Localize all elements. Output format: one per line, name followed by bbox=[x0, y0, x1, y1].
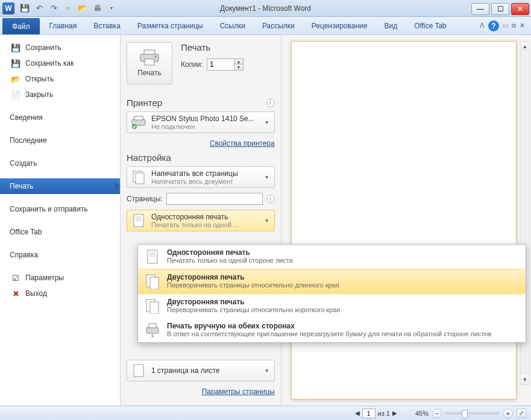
printer-info-icon[interactable]: i bbox=[266, 99, 275, 107]
sidebar-item-close[interactable]: 📄 Закрыть bbox=[0, 87, 120, 102]
pages-row: Страницы: i bbox=[127, 193, 275, 205]
window-buttons: — ☐ ✕ bbox=[471, 1, 531, 15]
duplex-option-manual[interactable]: Печать вручную на обеих сторонах В ответ… bbox=[138, 318, 526, 342]
duplex-sub: Печатать только на одной ... bbox=[151, 221, 259, 228]
zoom-slider[interactable] bbox=[445, 412, 500, 415]
sidebar-item-save[interactable]: 💾 Сохранить bbox=[0, 40, 120, 55]
page-setup-link[interactable]: Параметры страницы bbox=[127, 387, 275, 396]
print-heading: Печать bbox=[181, 42, 210, 52]
scope-title: Напечатать все страницы bbox=[151, 169, 259, 178]
scroll-up-icon[interactable]: ▲ bbox=[521, 42, 529, 51]
sidebar-item-officetab[interactable]: Office Tab bbox=[0, 224, 120, 240]
option-title: Печать вручную на обеих сторонах bbox=[167, 322, 491, 330]
print-preview-panel: ▲ ▼ bbox=[281, 35, 531, 406]
next-page-icon[interactable]: ▶ bbox=[392, 410, 397, 416]
svg-rect-14 bbox=[148, 250, 157, 263]
copies-input[interactable] bbox=[207, 59, 234, 70]
sidebar-label: Справка bbox=[10, 251, 38, 259]
per-sheet-label: 1 страница на листе bbox=[151, 366, 259, 375]
sidebar-label: Office Tab bbox=[10, 228, 42, 236]
open-icon: 📂 bbox=[11, 74, 20, 84]
print-scope-combo[interactable]: Напечатать все страницы Напечатать весь … bbox=[127, 166, 275, 188]
ribbon-window-restore-icon[interactable]: ⧉ bbox=[512, 22, 516, 30]
duplex-short-icon bbox=[144, 298, 161, 315]
sidebar-item-options[interactable]: ☑ Параметры bbox=[0, 270, 120, 286]
qat-new-icon[interactable]: ▫ bbox=[61, 2, 75, 15]
duplex-option-long-edge[interactable]: Двусторонняя печать Переворачивать стран… bbox=[138, 269, 526, 294]
printer-heading: Принтер bbox=[127, 98, 162, 108]
pages-per-sheet-combo[interactable]: 1 страница на листе ▼ bbox=[127, 360, 275, 381]
save-icon: 💾 bbox=[11, 43, 20, 52]
tab-officetab[interactable]: Office Tab bbox=[406, 17, 455, 34]
printer-properties-link[interactable]: Свойства принтера bbox=[127, 139, 275, 148]
print-settings-panel: Печать Печать Копии: ▲ ▼ Принтер bbox=[121, 35, 281, 406]
fit-page-icon[interactable]: ⤢ bbox=[517, 409, 526, 418]
current-page-input[interactable] bbox=[362, 409, 375, 418]
tab-insert[interactable]: Вставка bbox=[85, 17, 129, 34]
zoom-in-button[interactable]: + bbox=[503, 409, 513, 418]
sidebar-item-recent[interactable]: Последние bbox=[0, 133, 120, 148]
prev-page-icon[interactable]: ◀ bbox=[355, 410, 360, 416]
sidebar-item-new[interactable]: Создать bbox=[0, 155, 120, 171]
pages-info-icon[interactable]: i bbox=[266, 195, 275, 203]
pages-input[interactable] bbox=[166, 193, 263, 205]
qat-open-icon[interactable]: 📂 bbox=[76, 2, 89, 15]
page-navigator: ◀ из 1 ▶ bbox=[355, 409, 397, 418]
ribbon-window-close-icon[interactable]: ✕ bbox=[520, 22, 525, 30]
tab-home[interactable]: Главная bbox=[41, 17, 86, 34]
duplex-long-icon bbox=[144, 273, 161, 290]
print-button[interactable]: Печать bbox=[127, 42, 172, 84]
options-icon: ☑ bbox=[11, 273, 20, 283]
tab-mailings[interactable]: Рассылки bbox=[254, 17, 303, 34]
chevron-down-icon: ▼ bbox=[263, 120, 271, 125]
minimize-button[interactable]: — bbox=[471, 3, 489, 15]
option-title: Двусторонняя печать bbox=[167, 298, 341, 306]
sidebar-item-saveas[interactable]: 💾 Сохранить как bbox=[0, 55, 120, 71]
sidebar-label: Параметры bbox=[25, 274, 64, 282]
quick-access-toolbar: W 💾 ↶ ↷ ▫ 📂 🖶 ▾ bbox=[0, 2, 118, 15]
zoom-out-button[interactable]: − bbox=[432, 409, 442, 418]
qat-quickprint-icon[interactable]: 🖶 bbox=[90, 2, 104, 15]
sidebar-item-exit[interactable]: ✖ Выход bbox=[0, 286, 120, 301]
maximize-button[interactable]: ☐ bbox=[491, 3, 509, 15]
copies-label: Копии: bbox=[181, 60, 203, 69]
ribbon-minimize-icon[interactable]: ᐱ bbox=[480, 22, 485, 30]
tab-review[interactable]: Рецензирование bbox=[303, 17, 376, 34]
pages-label: Страницы: bbox=[127, 195, 163, 203]
qat-save-icon[interactable]: 💾 bbox=[18, 2, 31, 15]
exit-icon: ✖ bbox=[11, 289, 20, 298]
spinner-up-icon[interactable]: ▲ bbox=[234, 59, 243, 64]
titlebar: W 💾 ↶ ↷ ▫ 📂 🖶 ▾ Документ1 - Microsoft Wo… bbox=[0, 0, 531, 17]
pages-all-icon bbox=[131, 169, 146, 185]
duplex-option-single[interactable]: Односторонняя печать Печатать только на … bbox=[138, 245, 526, 269]
sidebar-item-info[interactable]: Сведения bbox=[0, 110, 120, 125]
qat-undo-icon[interactable]: ↶ bbox=[33, 2, 46, 15]
sidebar-label: Сведения bbox=[10, 113, 43, 122]
qat-customize-icon[interactable]: ▾ bbox=[105, 2, 118, 15]
close-button[interactable]: ✕ bbox=[511, 3, 529, 15]
option-sub: Печатать только на одной стороне листа bbox=[167, 257, 293, 264]
ribbon-window-min-icon[interactable]: ▭ bbox=[503, 22, 508, 29]
duplex-title: Односторонняя печать bbox=[151, 213, 259, 221]
svg-rect-21 bbox=[150, 302, 159, 314]
zoom-level: 45% bbox=[415, 410, 429, 417]
tab-pagelayout[interactable]: Разметка страницы bbox=[129, 17, 212, 34]
manual-duplex-icon bbox=[144, 322, 161, 339]
tab-view[interactable]: Вид bbox=[375, 17, 406, 34]
help-icon[interactable]: ? bbox=[488, 20, 499, 31]
scroll-down-icon[interactable]: ▼ bbox=[521, 375, 529, 384]
sidebar-item-open[interactable]: 📂 Открыть bbox=[0, 71, 120, 87]
sidebar-item-help[interactable]: Справка bbox=[0, 247, 120, 263]
tab-file[interactable]: Файл bbox=[2, 18, 40, 34]
duplex-combo[interactable]: Односторонняя печать Печатать только на … bbox=[127, 210, 275, 231]
duplex-option-short-edge[interactable]: Двусторонняя печать Переворачивать стран… bbox=[138, 294, 526, 318]
tab-references[interactable]: Ссылки bbox=[212, 17, 254, 34]
copies-spinner[interactable]: ▲ ▼ bbox=[207, 58, 244, 71]
sidebar-item-sendsave[interactable]: Сохранить и отправить bbox=[0, 201, 120, 217]
printer-icon bbox=[139, 49, 160, 66]
option-sub: Переворачивать страницы относительно кор… bbox=[167, 306, 341, 313]
spinner-down-icon[interactable]: ▼ bbox=[234, 64, 243, 70]
sidebar-item-print[interactable]: Печать bbox=[0, 178, 120, 194]
qat-redo-icon[interactable]: ↷ bbox=[47, 2, 60, 15]
printer-combo[interactable]: EPSON Stylus Photo 1410 Se... Не подключ… bbox=[127, 111, 275, 133]
